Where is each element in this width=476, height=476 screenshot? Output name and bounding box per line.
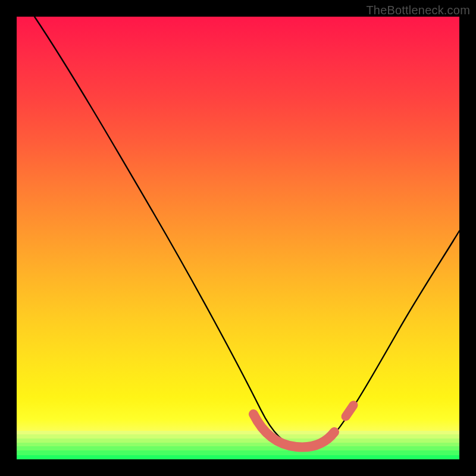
watermark-text: TheBottleneck.com [366, 4, 470, 17]
chart-frame: TheBottleneck.com [0, 0, 476, 476]
chart-svg [17, 17, 459, 459]
optimal-zone-marker-tick [346, 405, 353, 416]
bottleneck-curve-line [35, 17, 459, 447]
